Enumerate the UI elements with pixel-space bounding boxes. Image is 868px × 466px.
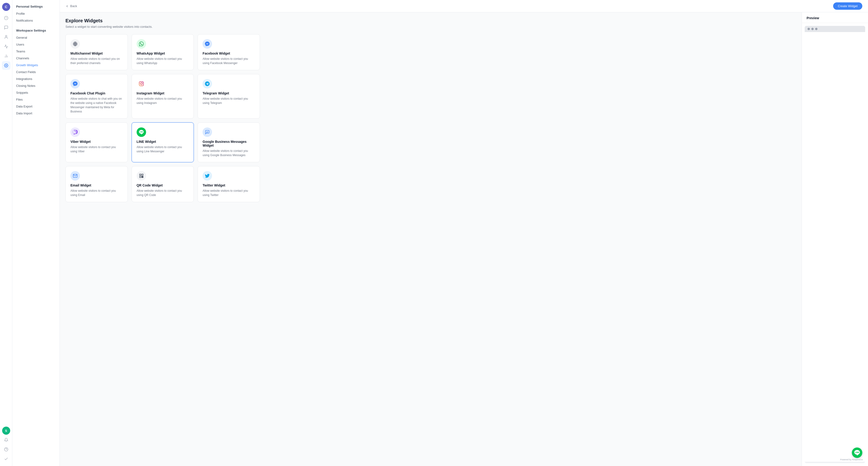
- svg-rect-16: [140, 176, 141, 178]
- widget-desc-whatsapp: Allow website visitors to contact you us…: [136, 57, 189, 65]
- widget-card-qr[interactable]: QR Code Widget Allow website visitors to…: [132, 166, 194, 202]
- widget-desc-email: Allow website visitors to contact you us…: [70, 188, 123, 197]
- widget-grid: Multichannel Widget Allow website visito…: [65, 34, 260, 202]
- svg-point-5: [5, 65, 7, 66]
- widget-card-facebook[interactable]: Facebook Widget Allow website visitors t…: [197, 34, 260, 70]
- browser-dot-2: [811, 28, 814, 30]
- widget-desc-instagram: Allow website visitors to contact you us…: [136, 96, 189, 105]
- sidebar-item-users[interactable]: Users: [12, 41, 60, 48]
- widget-card-gbm[interactable]: Google Business Messages Widget Allow we…: [197, 122, 260, 162]
- widget-desc-qr: Allow website visitors to contact you us…: [136, 188, 189, 197]
- sidebar-item-profile[interactable]: Profile: [12, 10, 60, 17]
- powered-by-label: Powered by Respond.io: [840, 458, 863, 461]
- svg-point-1: [5, 35, 7, 37]
- widget-desc-telegram: Allow website visitors to contact you us…: [203, 96, 255, 105]
- sidebar-item-channels[interactable]: Channels: [12, 55, 60, 62]
- widget-name-multichannel: Multichannel Widget: [70, 52, 123, 55]
- browser-dot-1: [808, 28, 810, 30]
- widget-name-twitter: Twitter Widget: [203, 183, 255, 187]
- widget-icon-whatsapp: [136, 39, 146, 49]
- notifications-bell-icon[interactable]: [2, 436, 10, 444]
- widget-card-facebook-chat[interactable]: Facebook Chat Plugin Allow website visit…: [65, 74, 128, 119]
- widget-desc-gbm: Allow website visitors to contact you us…: [203, 149, 255, 157]
- sidebar-item-data-import[interactable]: Data Import: [12, 110, 60, 117]
- widget-card-telegram[interactable]: Telegram Widget Allow website visitors t…: [197, 74, 260, 119]
- widget-icon-facebook-chat: [70, 79, 80, 88]
- widget-icon-gbm: [203, 127, 212, 137]
- broadcast-icon[interactable]: [2, 42, 10, 51]
- browser-bar: [805, 26, 865, 32]
- svg-rect-20: [143, 177, 143, 178]
- workspace-settings-title: Workspace Settings: [12, 28, 60, 34]
- widget-icon-viber: [70, 127, 80, 137]
- user-avatar-bottom[interactable]: S: [2, 427, 10, 435]
- sidebar-item-teams[interactable]: Teams: [12, 48, 60, 55]
- sidebar-item-growth-widgets[interactable]: Growth Widgets: [12, 62, 60, 68]
- sidebar-item-closing-notes[interactable]: Closing Notes: [12, 82, 60, 89]
- line-widget-preview-button: [852, 447, 862, 458]
- sidebar-item-contact-fields[interactable]: Contact Fields: [12, 68, 60, 76]
- widget-name-facebook: Facebook Widget: [203, 52, 255, 55]
- svg-rect-18: [143, 176, 143, 177]
- widget-name-line: LINE Widget: [136, 140, 189, 144]
- widget-desc-multichannel: Allow website visitors to contact you on…: [70, 57, 123, 65]
- sidebar-item-data-export[interactable]: Data Export: [12, 103, 60, 110]
- widget-desc-facebook-chat: Allow website visitors to chat with you …: [70, 96, 123, 114]
- widget-name-viber: Viber Widget: [70, 140, 123, 144]
- preview-page: Powered by Respond.io: [805, 32, 865, 462]
- widget-card-email[interactable]: Email Widget Allow website visitors to c…: [65, 166, 128, 202]
- widget-icon-telegram: [203, 79, 212, 88]
- icon-rail: C S: [0, 0, 12, 466]
- browser-dot-3: [815, 28, 817, 30]
- home-icon[interactable]: [2, 14, 10, 22]
- settings-icon[interactable]: [2, 61, 10, 70]
- widget-desc-facebook: Allow website visitors to contact you us…: [203, 57, 255, 65]
- widget-card-multichannel[interactable]: Multichannel Widget Allow website visito…: [65, 34, 128, 70]
- widget-card-instagram[interactable]: Instagram Widget Allow website visitors …: [132, 74, 194, 119]
- personal-settings-title: Personal Settings: [12, 4, 60, 10]
- widget-name-email: Email Widget: [70, 183, 123, 187]
- sidebar-item-snippets[interactable]: Snippets: [12, 89, 60, 96]
- widget-name-whatsapp: WhatsApp Widget: [136, 52, 189, 55]
- page-title: Explore Widgets: [65, 18, 796, 24]
- sidebar-item-general[interactable]: General: [12, 34, 60, 41]
- chat-icon[interactable]: [2, 23, 10, 32]
- sidebar-item-files[interactable]: Files: [12, 96, 60, 103]
- sidebar-item-integrations[interactable]: Integrations: [12, 76, 60, 82]
- widget-icon-instagram: [136, 79, 146, 88]
- back-label: Back: [70, 4, 77, 8]
- widget-icon-facebook: [203, 39, 212, 49]
- check-icon[interactable]: [2, 455, 10, 463]
- widget-card-line[interactable]: LINE Widget Allow website visitors to co…: [132, 122, 194, 162]
- widget-card-viber[interactable]: Viber Widget Allow website visitors to c…: [65, 122, 128, 162]
- widget-name-qr: QR Code Widget: [136, 183, 189, 187]
- widget-icon-twitter: [203, 171, 212, 180]
- preview-content: Powered by Respond.io: [805, 26, 865, 463]
- widget-card-whatsapp[interactable]: WhatsApp Widget Allow website visitors t…: [132, 34, 194, 70]
- sidebar-item-notifications[interactable]: Notifications: [12, 17, 60, 24]
- widget-icon-qr: [136, 171, 146, 180]
- content-area: Explore Widgets Select a widget to start…: [60, 12, 868, 466]
- svg-rect-15: [142, 174, 143, 176]
- widget-name-gbm: Google Business Messages Widget: [203, 140, 255, 147]
- help-icon[interactable]: [2, 445, 10, 454]
- back-button[interactable]: Back: [65, 4, 77, 8]
- main-area: Back Create Widget Explore Widgets Selec…: [60, 0, 868, 466]
- widget-name-facebook-chat: Facebook Chat Plugin: [70, 91, 123, 95]
- user-avatar-top[interactable]: C: [2, 3, 10, 11]
- widget-desc-line: Allow website visitors to contact you us…: [136, 145, 189, 153]
- widget-icon-line: [136, 127, 146, 137]
- contacts-icon[interactable]: [2, 33, 10, 41]
- svg-rect-14: [140, 174, 141, 176]
- back-arrow-icon: [65, 4, 69, 8]
- widget-card-twitter[interactable]: Twitter Widget Allow website visitors to…: [197, 166, 260, 202]
- widget-icon-email: [70, 171, 80, 180]
- widget-desc-viber: Allow website visitors to contact you us…: [70, 145, 123, 153]
- preview-title: Preview: [802, 12, 868, 23]
- reports-icon[interactable]: [2, 52, 10, 60]
- widgets-panel: Explore Widgets Select a widget to start…: [60, 12, 802, 466]
- page-subtitle: Select a widget to start converting webs…: [65, 25, 796, 28]
- widget-name-telegram: Telegram Widget: [203, 91, 255, 95]
- create-widget-button[interactable]: Create Widget: [833, 2, 862, 10]
- svg-rect-17: [142, 176, 142, 177]
